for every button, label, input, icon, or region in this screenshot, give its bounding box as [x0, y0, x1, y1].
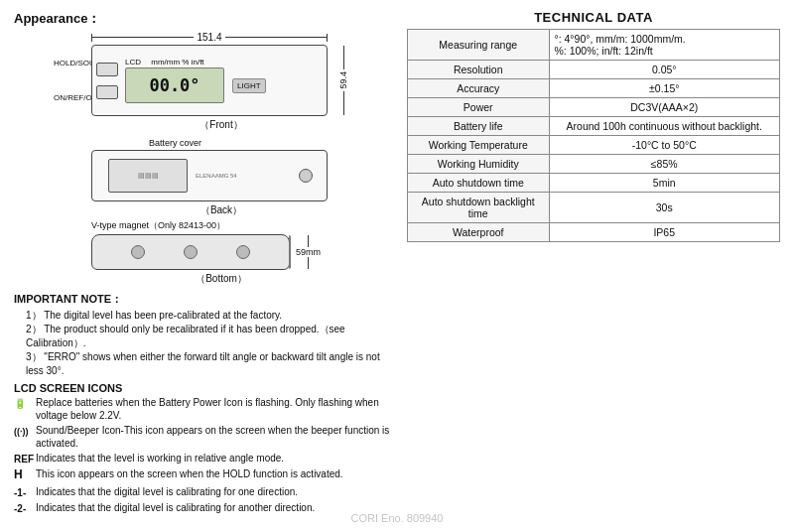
watermark: CORI Eno. 809940 [351, 512, 444, 524]
lcd-icon-desc-0: Replace batteries when the Battery Power… [36, 396, 391, 422]
note-item-1: 1） The digital level has been pre-calibr… [14, 309, 391, 323]
lcd-icon-row-1: ((·))Sound/Beeper Icon-This icon appears… [14, 424, 391, 450]
lcd-icons-section: LCD SCREEN ICONS 🔋Replace batteries when… [14, 382, 391, 515]
lcd-icon-symbol-3: H [14, 467, 36, 483]
dim-bottom-label: 59mm [296, 247, 321, 257]
technical-data-section: TECHNICAL DATA Measuring range°: 4°90°, … [407, 10, 780, 517]
lcd-icon-symbol-2: REF [14, 452, 36, 466]
tech-label-3: Power [408, 98, 550, 117]
lcd-icon-desc-5: Indicates that the digital level is cali… [36, 501, 391, 514]
tech-label-1: Resolution [408, 61, 550, 79]
tech-row-7: Auto shutdown time5min [408, 174, 780, 193]
lcd-icon-symbol-0: 🔋 [14, 396, 36, 410]
appearance-title: Appearance： [14, 10, 391, 28]
mm-label: mm/mm % in/ft [151, 58, 203, 66]
light-button: LIGHT [232, 78, 266, 93]
tech-label-0: Measuring range [408, 30, 550, 61]
tech-label-7: Auto shutdown time [408, 174, 550, 193]
device-bottom [91, 234, 290, 270]
lcd-icon-row-2: REFIndicates that the level is working i… [14, 452, 391, 466]
lcd-icon-row-5: -2-Indicates that the digital level is c… [14, 501, 391, 515]
tech-row-4: Battery lifeAround 100h continuous witho… [408, 117, 780, 136]
lcd-icon-symbol-4: -1- [14, 485, 36, 499]
tech-row-5: Working Temperature-10°C to 50°C [408, 136, 780, 155]
lcd-icon-desc-1: Sound/Beeper Icon-This icon appears on t… [36, 424, 391, 450]
lcd-icon-desc-3: This icon appears on the screen when the… [36, 467, 391, 480]
display-screen: 00.0° [125, 67, 224, 103]
note-item-3: 3） "ERRO" shows when either the forward … [14, 350, 391, 378]
lcd-icon-row-0: 🔋Replace batteries when the Battery Powe… [14, 396, 391, 422]
notes-title: IMPORTANT NOTE： [14, 292, 391, 307]
lcd-icon-symbol-5: -2- [14, 501, 36, 515]
tech-row-8: Auto shutdown backlight time30s [408, 193, 780, 223]
note-item-2: 2） The product should only be recalibrat… [14, 323, 391, 350]
tech-value-1: 0.05° [549, 61, 780, 79]
tech-value-6: ≤85% [549, 155, 780, 174]
lcd-label: LCD [125, 58, 141, 66]
label-bottom: （Bottom） [91, 272, 351, 286]
tech-value-4: Around 100h continuous without backlight… [549, 117, 780, 136]
lcd-icon-row-4: -1-Indicates that the digital level is c… [14, 485, 391, 499]
device-back: ▤▤▤ ELENAAMG 54 [91, 150, 328, 201]
dim-height-label: 59.4 [338, 69, 348, 91]
tech-value-8: 30s [549, 193, 780, 223]
tech-title: TECHNICAL DATA [407, 10, 780, 25]
lcd-icons-title: LCD SCREEN ICONS [14, 382, 391, 394]
lcd-icon-desc-4: Indicates that the digital level is cali… [36, 485, 391, 498]
tech-label-4: Battery life [408, 117, 550, 136]
magnet-label: V-type magnet（Only 82413-00） [91, 219, 351, 232]
tech-value-5: -10°C to 50°C [549, 136, 780, 155]
label-back: （Back） [91, 203, 351, 217]
tech-value-3: DC3V(AAA×2) [549, 98, 780, 117]
tech-row-6: Working Humidity≤85% [408, 155, 780, 174]
lcd-icons-list: 🔋Replace batteries when the Battery Powe… [14, 396, 391, 515]
tech-table: Measuring range°: 4°90°, mm/m: 1000mm/m.… [407, 29, 780, 242]
tech-label-9: Waterproof [408, 223, 550, 242]
tech-row-3: PowerDC3V(AAA×2) [408, 98, 780, 117]
tech-label-6: Working Humidity [408, 155, 550, 174]
tech-row-9: WaterproofIP65 [408, 223, 780, 242]
hold-sound-label: HOLD/SOUND [54, 59, 91, 68]
tech-value-7: 5min [549, 174, 780, 193]
on-ref-off-label: ON/REF/OFF [54, 93, 91, 102]
notes-list: 1） The digital level has been pre-calibr… [14, 309, 391, 378]
battery-cover-label: Battery cover [149, 138, 351, 148]
tech-label-5: Working Temperature [408, 136, 550, 155]
tech-label-2: Accuracy [408, 79, 550, 98]
lcd-icon-row-3: HThis icon appears on the screen when th… [14, 467, 391, 483]
tech-value-0: °: 4°90°, mm/m: 1000mm/m. %: 100%; in/ft… [549, 30, 780, 61]
tech-value-2: ±0.15° [549, 79, 780, 98]
tech-value-9: IP65 [549, 223, 780, 242]
dim-width-label: 151.4 [194, 32, 224, 43]
tech-row-0: Measuring range°: 4°90°, mm/m: 1000mm/m.… [408, 30, 780, 61]
lcd-icon-symbol-1: ((·)) [14, 424, 36, 439]
lcd-icon-desc-2: Indicates that the level is working in r… [36, 452, 391, 465]
tech-label-8: Auto shutdown backlight time [408, 193, 550, 223]
notes-section: IMPORTANT NOTE： 1） The digital level has… [14, 292, 391, 378]
diagram-area: 151.4 HOLD/SOUND ON/REF/OFF [14, 32, 391, 286]
tech-row-1: Resolution0.05° [408, 61, 780, 79]
label-front: （Front） [91, 118, 351, 132]
tech-row-2: Accuracy±0.15° [408, 79, 780, 98]
